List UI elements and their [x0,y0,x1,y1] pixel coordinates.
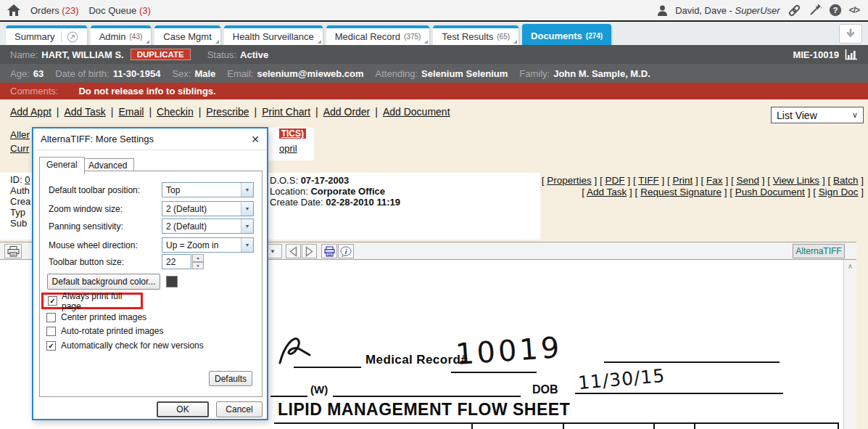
add-appt-link[interactable]: Add Appt [10,106,51,118]
tab-documents[interactable]: Documents (274) [522,24,611,45]
combo-arrow-icon: ▼ [270,248,276,255]
doc-id-link[interactable]: 0 [25,174,30,185]
combo-arrow-icon: ▼ [241,238,253,252]
tab-label: Test Results [442,31,493,42]
send-link[interactable]: Send [736,175,759,186]
print-button[interactable] [4,244,22,258]
home-icon[interactable] [7,4,20,16]
add-order-link[interactable]: Add Order [323,106,371,118]
separator: | [57,106,59,118]
table-top-border [274,422,839,424]
batch-link[interactable]: Batch [833,175,859,186]
link-icon[interactable] [788,4,801,17]
properties-link[interactable]: Properties [547,175,592,186]
spin-up-icon[interactable]: ▲ [192,254,204,262]
family-label: Family: [519,68,550,79]
auto-rotate-checkbox[interactable] [46,327,56,336]
center-printed-images-checkbox[interactable] [46,313,56,322]
name-label: Name: [10,49,38,60]
defaults-button[interactable]: Defaults [209,371,252,386]
add-task-doc-link[interactable]: Add Task [587,187,627,197]
doc-subject-partial: Sub [10,218,27,229]
table-grid-line [653,424,655,429]
ok-button[interactable]: OK [157,401,209,417]
tiff-link[interactable]: TIFF [638,175,659,186]
combo-arrow-icon: ▼ [241,219,253,233]
code-icon[interactable]: </> [849,5,859,15]
sign-doc-link[interactable]: Sign Doc [819,187,859,197]
chart-stats-icon[interactable] [845,49,858,60]
vertical-scrollbar[interactable]: ∧ [843,260,856,429]
tab-medical-record[interactable]: Medical Record (375) [326,25,430,45]
tab-test-results[interactable]: Test Results (65) [433,25,518,45]
toolbar-position-value: Top [162,183,241,197]
pdf-link[interactable]: PDF [605,175,625,186]
default-background-color-button[interactable]: Default background color... [47,274,160,290]
user-menu[interactable]: David, Dave - SuperUser [675,5,780,16]
email-link[interactable]: Email [118,106,144,118]
fax-link[interactable]: Fax [706,175,723,186]
previous-page-button[interactable] [286,244,301,258]
medication-link-partial[interactable]: opril [279,143,297,154]
action-links-row: Add Appt| Add Task| Email| Checkin| Pres… [10,106,450,118]
request-signature-link[interactable]: Request Signature [640,187,722,197]
check-new-versions-checkbox[interactable]: ✓ [46,341,56,351]
popout-icon[interactable] [61,31,78,43]
tab-admin[interactable]: Admin (43) [91,25,152,45]
close-icon[interactable]: ✕ [251,134,260,144]
background-color-swatch[interactable] [166,276,178,287]
mouse-wheel-select[interactable]: Up = Zoom in ▼ [162,237,254,253]
family-value: John M. Sample, M.D. [553,68,650,79]
print-link[interactable]: Print [673,175,693,186]
app-window: Orders (23) Doc Queue (3) David, Dave - … [0,0,868,429]
view-links-link[interactable]: View Links [773,175,819,186]
duplicate-badge[interactable]: DUPLICATE [131,49,191,60]
patient-name: HART, WILLIAM S. [41,49,123,60]
panning-sensitivity-select[interactable]: 2 (Default) ▼ [162,218,254,234]
cancel-button[interactable]: Cancel [216,401,263,417]
always-print-full-page-checkbox[interactable]: ✓ [48,296,57,306]
tab-general[interactable]: General [39,157,85,174]
email-label: Email: [227,68,253,79]
tab-dropdown-fold-icon [146,40,149,44]
top-nav-bar: Orders (23) Doc Queue (3) David, Dave - … [0,0,868,22]
toolbar-position-select[interactable]: Top ▼ [162,182,254,197]
combo-arrow-icon: ▼ [241,202,253,216]
next-page-button[interactable] [302,244,317,258]
prescribe-link[interactable]: Prescribe [206,106,249,118]
tab-count: (274) [586,32,603,40]
doc-created-partial: Crea [10,196,30,207]
tab-health-surveillance[interactable]: Health Surveillance [224,25,323,45]
separator: | [149,106,152,118]
mouse-wheel-label: Mouse wheel direction: [49,240,138,250]
checkin-link[interactable]: Checkin [157,106,194,118]
print-chart-link[interactable]: Print Chart [262,106,310,118]
dialog-general-panel: Default toolbar position: Top ▼ Zoom win… [39,171,263,397]
dialog-title-bar[interactable]: AlternaTIFF: More Settings ✕ [33,128,267,150]
allergies-link-partial[interactable]: Aller [10,129,30,140]
tab-dropdown-fold-icon [513,40,517,44]
add-task-link[interactable]: Add Task [64,106,105,118]
push-document-link[interactable]: Push Document [735,187,805,197]
view-select[interactable]: List View ∨ [771,107,864,123]
download-button[interactable] [839,24,862,44]
info-button[interactable]: i [338,244,354,258]
center-printed-images-row: Center printed images [46,312,146,322]
zoom-window-select[interactable]: 2 (Default) ▼ [162,201,254,216]
spin-down-icon[interactable]: ▼ [192,262,204,270]
tab-summary[interactable]: Summary [6,25,87,45]
nav-doc-queue[interactable]: Doc Queue (3) [88,5,150,16]
scan-underline [451,372,537,373]
add-document-link[interactable]: Add Document [383,106,450,118]
tab-case-mgmt[interactable]: Case Mgmt [154,25,220,45]
scroll-up-arrow[interactable]: ∧ [844,260,856,272]
wand-icon[interactable] [809,4,822,17]
print-settings-button[interactable] [321,244,337,258]
allergy-badge-partial[interactable]: TICS) [279,128,306,139]
toolbar-button-size-input[interactable]: 22 [162,254,191,269]
comments-label: Comments: [10,86,58,97]
current-meds-link-partial[interactable]: Curr [10,143,29,154]
help-icon[interactable]: ? [829,4,842,17]
nav-orders[interactable]: Orders (23) [30,5,78,16]
alternatiff-plugin-label[interactable]: AlternaTIFF [793,244,845,258]
